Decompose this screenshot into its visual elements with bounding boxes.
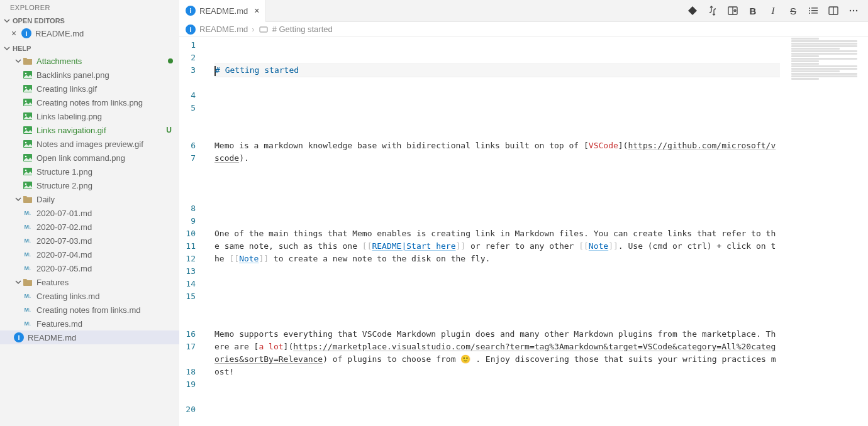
info-icon: i xyxy=(186,25,196,35)
svg-point-23 xyxy=(809,10,810,11)
md-icon: M↓ xyxy=(23,236,33,246)
strikethrough-button[interactable]: S xyxy=(787,5,799,16)
code-content[interactable]: # Getting started Memo is a markdown kno… xyxy=(209,37,868,426)
svg-rect-24 xyxy=(811,10,818,11)
compare-icon[interactable] xyxy=(707,5,718,16)
tree-item-label: Structure 2.png xyxy=(36,181,92,190)
tree-item-label: Creating notes from links.md xyxy=(36,305,140,315)
image-icon xyxy=(23,84,33,94)
tree-folder[interactable]: Attachments xyxy=(0,54,179,68)
diamond-icon[interactable] xyxy=(687,5,698,16)
chevron-right-icon: › xyxy=(252,25,254,34)
tree-item-label: Notes and images preview.gif xyxy=(36,139,143,149)
tree-file[interactable]: M↓Features.md xyxy=(0,317,179,330)
tree-item-label: Links navigation.gif xyxy=(36,126,106,135)
close-icon[interactable]: × xyxy=(254,6,259,16)
md-icon: M↓ xyxy=(23,222,33,232)
svg-point-31 xyxy=(856,10,857,11)
info-icon: i xyxy=(21,28,31,38)
svg-point-25 xyxy=(809,13,810,14)
tree-file[interactable]: Creating notes from links.png xyxy=(0,96,179,109)
open-editor-item[interactable]: × i README.md xyxy=(0,26,179,40)
close-icon[interactable]: × xyxy=(9,28,19,38)
preview-side-icon[interactable] xyxy=(727,5,738,16)
tree-file[interactable]: Open link command.png xyxy=(0,151,179,165)
split-icon[interactable] xyxy=(828,5,839,16)
svg-point-5 xyxy=(25,101,27,102)
svg-point-21 xyxy=(809,8,810,9)
tree-item-label: Open link command.png xyxy=(36,153,125,163)
image-icon xyxy=(23,153,33,163)
tree-item-label: 2020-07-01.md xyxy=(36,209,92,218)
svg-point-11 xyxy=(25,142,27,144)
svg-point-3 xyxy=(25,87,27,89)
md-icon: M↓ xyxy=(23,263,33,273)
tree-item-label: Features.md xyxy=(36,319,82,329)
chevron-down-icon xyxy=(14,278,23,287)
tree-file[interactable]: Backlinks panel.png xyxy=(0,68,179,82)
tree-file[interactable]: Links navigation.gifU xyxy=(0,123,179,137)
tree-file[interactable]: M↓2020-07-01.md xyxy=(0,206,179,220)
md-icon: M↓ xyxy=(23,305,33,315)
modified-indicator xyxy=(168,58,173,63)
tree-file[interactable]: M↓Creating notes from links.md xyxy=(0,303,179,317)
bold-button[interactable]: B xyxy=(747,5,759,16)
svg-point-7 xyxy=(25,114,27,116)
breadcrumbs[interactable]: i README.md › # Getting started xyxy=(179,22,868,37)
tree-item-label: README.md xyxy=(28,333,76,342)
explorer-title: EXPLORER xyxy=(0,0,179,15)
chevron-down-icon xyxy=(3,44,11,53)
tree-item-label: Features xyxy=(36,278,69,287)
tree-file[interactable]: M↓2020-07-02.md xyxy=(0,220,179,234)
line-numbers: 1234567891011121314151617181920 xyxy=(179,37,209,426)
info-icon: i xyxy=(186,6,196,16)
open-editors-section[interactable]: OPEN EDITORS xyxy=(0,15,179,26)
tree-file[interactable]: M↓Creating links.md xyxy=(0,289,179,303)
tree-item-label: 2020-07-02.md xyxy=(36,222,92,232)
folder-icon xyxy=(23,277,33,287)
breadcrumb-section[interactable]: # Getting started xyxy=(272,25,333,34)
tree-folder[interactable]: Daily xyxy=(0,192,179,206)
tree-folder[interactable]: Features xyxy=(0,275,179,289)
svg-point-13 xyxy=(25,156,27,158)
chevron-down-icon xyxy=(14,57,23,65)
folder-icon xyxy=(23,56,33,66)
svg-rect-22 xyxy=(811,8,818,9)
tree-item-label: 2020-07-05.md xyxy=(36,264,92,273)
tree-file[interactable]: Links labeling.png xyxy=(0,109,179,123)
tree-file[interactable]: M↓2020-07-05.md xyxy=(0,261,179,275)
tree-item-label: 2020-07-03.md xyxy=(36,236,92,246)
image-icon xyxy=(23,111,33,121)
md-icon: M↓ xyxy=(23,319,33,329)
code-editor[interactable]: 1234567891011121314151617181920 # Gettin… xyxy=(179,37,868,426)
tree-file[interactable]: M↓2020-07-03.md xyxy=(0,234,179,248)
chevron-down-icon xyxy=(14,195,23,204)
breadcrumb-file[interactable]: README.md xyxy=(199,25,248,34)
tree-file[interactable]: Creating links.gif xyxy=(0,82,179,96)
info-icon: i xyxy=(14,332,24,342)
svg-point-1 xyxy=(25,73,27,75)
svg-rect-26 xyxy=(811,13,818,14)
explorer-sidebar: EXPLORER OPEN EDITORS × i README.md HELP… xyxy=(0,0,179,426)
tree-file[interactable]: Notes and images preview.gif xyxy=(0,137,179,151)
tree-file[interactable]: iREADME.md xyxy=(0,330,179,344)
md-icon: M↓ xyxy=(23,249,33,259)
tree-file[interactable]: Structure 2.png xyxy=(0,178,179,192)
more-icon[interactable] xyxy=(848,5,859,16)
minimap[interactable] xyxy=(791,38,860,88)
folder-icon xyxy=(23,194,33,204)
chevron-down-icon xyxy=(3,16,11,25)
tree-item-label: Creating notes from links.png xyxy=(36,98,143,107)
md-icon: M↓ xyxy=(23,291,33,301)
tree-file[interactable]: M↓2020-07-04.md xyxy=(0,248,179,261)
list-icon[interactable] xyxy=(808,5,819,16)
tab-readme[interactable]: i README.md × xyxy=(179,0,266,22)
italic-button[interactable]: I xyxy=(767,5,779,16)
svg-point-29 xyxy=(850,10,851,11)
tree-item-label: Creating links.md xyxy=(36,292,99,301)
tree-item-label: Daily xyxy=(36,195,55,204)
svg-rect-32 xyxy=(260,27,267,32)
tree-file[interactable]: Structure 1.png xyxy=(0,165,179,178)
help-label: HELP xyxy=(13,45,31,52)
help-section[interactable]: HELP xyxy=(0,43,179,54)
